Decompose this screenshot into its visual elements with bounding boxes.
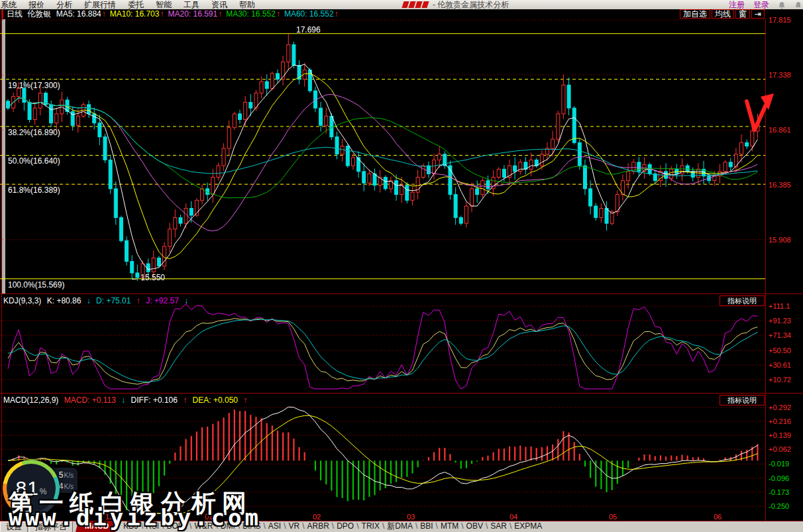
ma-values: MA5: 16.884↑MA10: 16.703↑MA20: 16.591↑MA… [56, 9, 343, 19]
menu-item-0[interactable]: 系统 [0, 0, 23, 9]
register-link[interactable]: 注册 [729, 0, 745, 9]
notification-bell-icon[interactable] [778, 1, 786, 9]
tab-expma[interactable]: EXPMA [511, 521, 545, 532]
menu-item-4[interactable]: 委托 [122, 0, 150, 9]
title-bar: 系统报价分析扩展行情委托智能工具资讯帮助 - 伦敦贵金属技术分析 注册 登录 [0, 0, 803, 9]
macd-axis-label: -0.173 [769, 488, 789, 496]
ma-values-row: 日线 伦敦银 MA5: 16.884↑MA10: 16.703↑MA20: 16… [7, 9, 345, 19]
macd-header: MACD(12,26,9) MACD: +0.113 ↓ DIFF: +0.10… [3, 396, 254, 405]
ma-value: MA5: 16.884 [56, 9, 101, 19]
account-area: 注册 登录 [729, 0, 800, 9]
macd-axis-label: +0.139 [769, 431, 791, 439]
kdj-chart[interactable] [0, 295, 765, 390]
ma-trend-arrow: ↑ [102, 9, 106, 19]
trend-arrow-annotation [0, 19, 803, 293]
chart-header-bar: 日线 伦敦银 MA5: 16.884↑MA10: 16.703↑MA20: 16… [0, 9, 803, 19]
ma-value: MA20: 16.591 [168, 9, 217, 19]
month-label-03: 03 [407, 513, 419, 521]
menu-item-1[interactable]: 报价 [23, 0, 50, 9]
macd-axis-label: -0.019 [769, 460, 789, 468]
kdj-axis-label: +111.1 [769, 302, 790, 310]
macd-axis-label: +0.292 [769, 403, 791, 411]
brand: - 伦敦贵金属技术分析 [403, 0, 509, 9]
dock-right-icon[interactable]: ⇥ [751, 9, 765, 19]
menu-item-6[interactable]: 工具 [178, 0, 205, 9]
macd-indicator-help-button[interactable]: 指标说明 [720, 395, 765, 405]
symbol-label: 伦敦银 [27, 9, 51, 19]
tab-dpo[interactable]: DPO [334, 521, 356, 532]
kdj-title: KDJ(9,3,3) [3, 296, 41, 305]
menu-item-5[interactable]: 智能 [150, 0, 178, 9]
month-label-02: 02 [313, 513, 325, 521]
tab-bbi[interactable]: BBI [417, 521, 435, 532]
tab-vr[interactable]: VR [286, 521, 302, 532]
window-button[interactable]: 窗 [735, 9, 750, 19]
menu-bar: 系统报价分析扩展行情委托智能工具资讯帮助 [0, 0, 261, 9]
kdj-header: KDJ(9,3,3) K: +80.86 ↓ D: +75.01 ↑ J: +9… [3, 296, 195, 305]
ma-value: MA30: 16.552 [226, 9, 276, 19]
login-link[interactable]: 登录 [753, 0, 769, 9]
macd-axis-label: -0.096 [769, 474, 789, 482]
kdj-item-3: ↑ [136, 296, 142, 305]
macd-axis-label: +0.216 [769, 417, 791, 425]
tab-arbr[interactable]: ARBR [305, 521, 332, 532]
kdj-axis-label: +10.72 [769, 376, 791, 384]
trading-app-window: 系统报价分析扩展行情委托智能工具资讯帮助 - 伦敦贵金属技术分析 注册 登录 日… [0, 0, 803, 532]
app-title: - 伦敦贵金属技术分析 [433, 0, 509, 9]
brand-logo [403, 1, 429, 8]
macd-item-3: ↑ [183, 396, 189, 405]
upload-speed-unit: K/s [64, 472, 74, 479]
macd-item-4: DEA: +0.050 [193, 396, 241, 405]
month-label-04: 04 [509, 513, 521, 521]
macd-item-0: MACD: +0.113 [64, 396, 118, 405]
macd-title: MACD(12,26,9) [3, 396, 58, 405]
ma-toggle-button[interactable]: 均线 [712, 9, 734, 19]
kdj-item-4: J: +92.57 [146, 296, 181, 305]
period-label: 日线 [7, 9, 23, 19]
menu-item-7[interactable]: 资讯 [205, 0, 233, 9]
kdj-axis-label: +30.61 [769, 361, 791, 369]
menu-item-2[interactable]: 分析 [50, 0, 78, 9]
watermark-site-url: www.diyizby.com [9, 504, 262, 531]
macd-values: MACD: +0.113 ↓ DIFF: +0.106 ↑ DEA: +0.05… [64, 396, 251, 405]
kdj-item-5: ↓ [184, 296, 188, 305]
ma-value: MA10: 16.703 [110, 9, 160, 19]
kdj-indicator-help-button[interactable]: 指标说明 [720, 295, 765, 306]
kdj-axis-label: +91.23 [769, 317, 791, 325]
kdj-top-border [0, 293, 803, 294]
edge-bell-icon[interactable] [794, 1, 800, 9]
tab-sar[interactable]: SAR [488, 521, 509, 532]
upload-speed-value: 5 [59, 470, 64, 480]
macd-axis-label: +0.062 [769, 445, 791, 453]
macd-top-border [0, 393, 803, 394]
tab-trix[interactable]: TRIX [359, 521, 382, 532]
kdj-axis-label: +71.34 [769, 331, 791, 339]
kdj-axis-label: +50.50 [769, 346, 791, 354]
macd-item-2: DIFF: +0.106 [131, 396, 180, 405]
kdj-item-1: ↓ [87, 296, 93, 305]
macd-axis-label: -0.250 [769, 502, 789, 510]
chart-toolbar-buttons: 加自选均线窗⇥ [680, 9, 765, 19]
month-label-05: 05 [609, 513, 621, 521]
month-label-06: 06 [714, 513, 725, 521]
ma-trend-arrow: ↑ [276, 9, 280, 19]
menu-item-8[interactable]: 帮助 [233, 0, 261, 9]
macd-item-5: ↑ [243, 396, 247, 405]
tab-asi[interactable]: ASI [266, 521, 284, 532]
tab-obv[interactable]: OBV [464, 521, 486, 532]
menu-item-3[interactable]: 扩展行情 [78, 0, 122, 9]
ma-trend-arrow: ↑ [335, 9, 339, 19]
tab-mtm[interactable]: MTM [438, 521, 461, 532]
ma-value: MA60: 16.552 [284, 9, 334, 19]
macd-item-1: ↓ [121, 396, 127, 405]
kdj-item-0: K: +80.86 [47, 296, 83, 305]
add-watchlist-button[interactable]: 加自选 [680, 9, 710, 19]
ma-trend-arrow: ↑ [218, 9, 222, 19]
kdj-item-2: D: +75.01 [96, 296, 133, 305]
kdj-values: K: +80.86 ↓ D: +75.01 ↑ J: +92.57 ↓ [47, 296, 192, 305]
ma-trend-arrow: ↑ [160, 9, 164, 19]
tab-新dma[interactable]: 新DMA [384, 521, 415, 532]
